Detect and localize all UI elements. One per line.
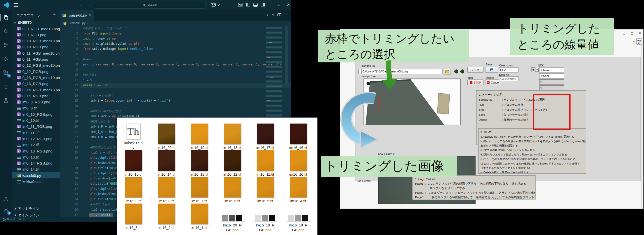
- color-count-value[interactable]: 82.04: [499, 67, 518, 72]
- command-center-search[interactable]: sheet0: [94, 2, 206, 9]
- explorer-item-0_9_RGB_med10.png[interactable]: 0_9_RGB_med10.png: [12, 26, 60, 32]
- run-debug-icon[interactable]: [2, 55, 10, 63]
- file-grid-item-im16_13.tif[interactable]: im16_13.tif: [183, 150, 216, 177]
- run-python-button[interactable]: ▷: [266, 13, 269, 17]
- ok-button[interactable]: ✓OK: [467, 67, 484, 73]
- explorer-item-kekka0.dat[interactable]: kekka0.dat: [12, 179, 60, 185]
- toggle-panel-icon[interactable]: [253, 3, 258, 7]
- maximize-button[interactable]: □: [278, 3, 280, 7]
- tab-kaiseki0[interactable]: kaiseki0.py ✕: [60, 10, 94, 21]
- explorer-item-im0_10.tif[interactable]: im0_10.tif: [12, 118, 60, 124]
- toggle-secondary-sidebar-icon[interactable]: [261, 3, 265, 7]
- explorer-item-0_13_RGB.png[interactable]: 0_13_RGB.png: [12, 81, 60, 87]
- testing-icon[interactable]: [2, 97, 10, 105]
- explorer-item-0_14_RGB.png[interactable]: 0_14_RGB.png: [12, 93, 60, 99]
- close-button[interactable]: ✕: [287, 3, 290, 7]
- explorer-item-0_13_RGB_med10.png[interactable]: 0_13_RGB_med10.png: [12, 74, 60, 81]
- file-grid-item-im16_20_RGB.png[interactable]: im16_20_RGB.png: [216, 204, 249, 230]
- file-grid-item-im16_15.tif[interactable]: im16_15.tif: [117, 150, 150, 177]
- explorer-item-im0_13.tif[interactable]: im0_13.tif: [12, 154, 60, 160]
- minimize-button[interactable]: –: [269, 3, 271, 7]
- file-grid-item-im16_4.tif[interactable]: im16_4.tif: [282, 177, 315, 204]
- explorer-item-kaiseki0.py[interactable]: kaiseki0.py: [12, 172, 60, 178]
- explorer-item-im0_12_RGB.png[interactable]: im0_12_RGB.png: [12, 136, 60, 142]
- account-icon[interactable]: [2, 195, 10, 203]
- file-grid-item-im16_6.tif[interactable]: im16_6.tif: [216, 177, 249, 204]
- history-value-3[interactable]: 0: [539, 79, 564, 85]
- file-grid-item-im16_8.tif[interactable]: im16_8.tif: [150, 177, 183, 204]
- history-value-1[interactable]: 4.89102: [539, 67, 564, 72]
- run-dropdown-icon[interactable]: [272, 13, 274, 16]
- history-index[interactable]: 0: [535, 68, 539, 72]
- browse-folder-button[interactable]: [444, 69, 451, 74]
- editor-scrollbar[interactable]: [285, 26, 288, 84]
- explorer-item-im0_9_RGB.png[interactable]: im0_9_RGB.png: [12, 99, 60, 105]
- explorer-more-icon[interactable]: ⋯: [53, 12, 56, 17]
- explorer-item-im0_9.tif[interactable]: im0_9.tif: [12, 105, 60, 111]
- minimize-icon[interactable]: [623, 34, 625, 34]
- dose-value[interactable]: 4.92677898886: [499, 76, 518, 81]
- settings-gear-icon[interactable]: 5: [2, 206, 10, 214]
- file-grid-item-kaiseki16.py[interactable]: Thkaiseki16.py: [117, 124, 150, 150]
- file-grid-item-im16_16.tif[interactable]: im16_16.tif: [282, 124, 315, 150]
- split-editor-icon[interactable]: [277, 13, 281, 16]
- tab-close-icon[interactable]: ✕: [89, 13, 92, 17]
- file-grid-item-im16_17.tif[interactable]: im16_17.tif: [249, 124, 282, 150]
- file-grid-item-im16_10.tif[interactable]: im16_10.tif: [282, 150, 315, 177]
- remote-explorer-icon[interactable]: [2, 83, 10, 91]
- explorer-item-0_10_RGB_med10.png[interactable]: 0_10_RGB_med10.png: [12, 38, 60, 44]
- ports-count[interactable]: 0: [23, 218, 25, 221]
- maximize-icon[interactable]: [631, 32, 633, 35]
- cancel-button[interactable]: ✕Cancel: [485, 80, 501, 85]
- file-grid-item-im16_11.tif[interactable]: im16_11.tif: [249, 150, 282, 177]
- file-grid-item-im16_14.tif[interactable]: im16_14.tif: [150, 150, 183, 177]
- explorer-item-0_14_RGB_med10.png[interactable]: 0_14_RGB_med10.png: [12, 87, 60, 93]
- file-grid-item-im16_2.tif[interactable]: im16_2.tif: [150, 204, 183, 230]
- explorer-root-folder[interactable]: SHEET0: [12, 20, 60, 26]
- back-icon[interactable]: ←: [79, 2, 84, 7]
- file-grid-item-im16_12.tif[interactable]: im16_12.tif: [216, 150, 249, 177]
- customize-layout-icon[interactable]: [238, 3, 243, 7]
- explorer-item-0_11_RGB_med10.png[interactable]: 0_11_RGB_med10.png: [12, 50, 60, 56]
- explorer-item-im0_14.tif[interactable]: im0_14.tif: [12, 166, 60, 172]
- file-grid-item-im16_5.tif[interactable]: im16_5.tif: [249, 177, 282, 204]
- editor-more-icon[interactable]: ⋯: [285, 13, 288, 17]
- errors-count[interactable]: 0: [7, 218, 9, 221]
- explorer-item-0_12_RGB.png[interactable]: 0_12_RGB.png: [12, 68, 60, 74]
- stop-button[interactable]: STOP: [467, 80, 484, 85]
- source-control-icon[interactable]: [2, 41, 10, 49]
- menu-icon[interactable]: [14, 3, 18, 4]
- toggle-sidebar-icon[interactable]: [246, 3, 250, 7]
- explorer-item-im0_14_RGB.png[interactable]: im0_14_RGB.png: [12, 160, 60, 166]
- file-grid-item-im16_3.tif[interactable]: im16_3.tif: [117, 204, 150, 230]
- history-value-2[interactable]: 4.92678: [539, 73, 564, 79]
- minimap[interactable]: [266, 27, 282, 120]
- explorer-item-im0_12.tif[interactable]: im0_12.tif: [12, 142, 60, 148]
- labview-panel-icon[interactable]: [636, 38, 642, 45]
- file-grid-item-im16_18_RGB.png[interactable]: im16_18_RGB.png: [282, 204, 315, 230]
- explorer-item-0_11_RGB.png[interactable]: 0_11_RGB.png: [12, 56, 60, 62]
- crop-selection-rect[interactable]: [378, 96, 395, 108]
- warnings-count[interactable]: 0: [13, 218, 15, 221]
- explorer-item-0_12_RGB_med10.png[interactable]: 0_12_RGB_med10.png: [12, 62, 60, 68]
- explorer-item-0_9_RGB.png[interactable]: 0_9_RGB.png: [12, 32, 60, 38]
- sample-file-path[interactable]: C:¥Users¥7230z¥Desktop¥test0001.png: [361, 69, 442, 74]
- history-value-4[interactable]: 0: [539, 85, 564, 91]
- forward-icon[interactable]: →: [87, 2, 91, 7]
- file-grid-item-im16_19.tif[interactable]: im16_19.tif: [183, 124, 216, 150]
- file-grid-item-im16_9.tif[interactable]: im16_9.tif: [117, 177, 150, 204]
- file-grid-item-im16_18.tif[interactable]: im16_18.tif: [216, 124, 249, 150]
- copilot-icon[interactable]: [211, 3, 216, 7]
- search-sidebar-icon[interactable]: [2, 27, 10, 35]
- copilot-chevron-icon[interactable]: [218, 4, 220, 6]
- help-icon[interactable]: ?: [633, 41, 635, 44]
- file-grid-item-im16_20.tif[interactable]: im16_20.tif: [150, 124, 183, 150]
- file-grid-item-im16_7.tif[interactable]: im16_7.tif: [183, 177, 216, 204]
- explorer-item-im0_11_RGB.png[interactable]: im0_11_RGB.png: [12, 124, 60, 130]
- save-button[interactable]: [485, 67, 498, 73]
- close-icon[interactable]: ✕: [639, 32, 641, 35]
- explorer-icon[interactable]: [2, 14, 10, 22]
- explorer-item-im0_13_RGB.png[interactable]: im0_13_RGB.png: [12, 148, 60, 154]
- explorer-item-im0_11.tif[interactable]: im0_11.tif: [12, 130, 60, 136]
- file-grid-item-im16_1.tif[interactable]: im16_1.tif: [183, 204, 216, 230]
